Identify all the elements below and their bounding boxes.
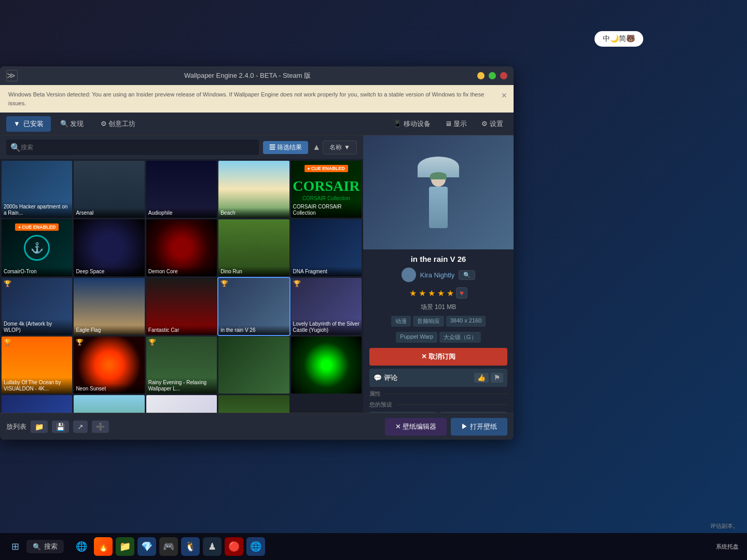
taskbar-icon-8[interactable]: 🌐 [246,537,265,556]
wallpaper-item[interactable]: Fantastic Car [146,278,217,335]
wallpaper-name-label: Dino Run [218,267,289,276]
titlebar-right: − □ ✕ [477,72,507,79]
nav-mobile[interactable]: 📱 移动设备 [389,117,435,131]
save-icon-button[interactable]: 💾 [52,421,69,433]
wallpaper-item[interactable] [2,395,72,413]
open-wallpaper-button[interactable]: ▶ 打开壁纸 [451,418,507,436]
wallpaper-item[interactable]: 2000s Hacker apartment on a Rain... [2,161,72,218]
wallpaper-item[interactable]: Eagle Flag [74,278,144,335]
maximize-button[interactable]: □ [489,72,496,79]
tag-resolution[interactable]: 3840 x 2160 [446,316,486,327]
wallpaper-item[interactable] [218,337,289,394]
star-4[interactable]: ★ [437,288,445,298]
detail-body: in the rain V 26 Kira Nightly 🔍 ★ ★ ★ ★ … [363,249,514,413]
lang-switcher[interactable]: 中🌙简🐻 [594,31,643,47]
nav-workshop[interactable]: ⚙ 创意工坊 [93,116,143,132]
sort-button[interactable]: 名称 ▼ [323,141,357,155]
wallpaper-item[interactable]: ⚓ ♦ CUE ENABLED CorsairO-Tron [2,219,72,276]
wallpaper-name-label: in the rain V 26 [218,325,289,335]
share-icon-button[interactable]: ↗ [73,421,88,433]
taskbar-icon-7[interactable]: 🔴 [225,537,243,556]
wallpaper-item[interactable]: Dino Run [218,219,289,276]
wallpaper-item[interactable]: Beach [218,161,289,218]
preview-image [363,135,514,249]
trophy-icon: 🏆 [4,280,11,287]
lang-label: 中🌙简🐻 [603,34,635,44]
star-2[interactable]: ★ [419,288,426,298]
search-input[interactable] [21,144,255,151]
wallpaper-item[interactable] [218,395,289,413]
comment-button[interactable]: 💬 评论 👍 ⚑ [369,369,507,387]
warning-banner: Windows Beta Version detected: You are u… [0,85,514,113]
search-bar: 🔍 ☰ 筛选结果 ▲ 名称 ▼ [0,135,363,159]
add-button[interactable]: ➕ [92,421,109,433]
wallpaper-item[interactable]: 🏆in the rain V 26 [218,278,289,335]
sort-arrow-up[interactable]: ▲ [312,143,321,152]
taskbar-icon-6[interactable]: 🐧 [181,537,200,556]
nav-discover[interactable]: 🔍 发现 [53,116,91,132]
wallpaper-item[interactable]: 🏆Lullaby Of The Ocean by VISUALDON - 4K.… [2,337,72,394]
favorite-button[interactable]: ♥ [456,287,467,299]
folder-icon-button[interactable]: 📁 [31,421,48,433]
search-input-wrap[interactable]: 🔍 [6,139,259,155]
taskbar-search[interactable]: 🔍 搜索 [26,540,64,553]
right-panel: in the rain V 26 Kira Nightly 🔍 ★ ★ ★ ★ … [363,135,514,413]
filter-button[interactable]: ☰ 筛选结果 [263,141,308,154]
author-name: Kira Nightly [420,271,454,279]
rating-text: 评估副本。 [710,522,739,530]
wallpaper-editor-button[interactable]: ✕ 壁纸编辑器 [385,418,447,436]
cue-badge: ♦ CUE ENABLED [291,163,362,172]
star-1[interactable]: ★ [409,288,417,298]
warning-close-button[interactable]: ✕ [501,90,507,101]
thumbs-up-button[interactable]: 👍 [474,373,489,383]
size-info: 场景 101 MB [369,303,507,312]
tag-audience[interactable]: 大众级（G） [439,332,481,343]
star-3[interactable]: ★ [428,288,435,298]
wallpaper-item[interactable]: 🏆Rainy Evening - Relaxing Wallpaper L... [146,337,217,394]
minimize-button[interactable]: − [477,72,485,79]
wallpaper-item[interactable]: 🏆Neon Sunset [74,337,144,394]
wallpaper-item[interactable]: Demon Core [146,219,217,276]
taskbar-icon-4[interactable]: 💎 [137,537,156,556]
wallpaper-item[interactable]: Arsenal [74,161,144,218]
stars-row: ★ ★ ★ ★ ★ ♥ [369,287,507,299]
wallpaper-item[interactable]: 🏆Dome 4k (Artwork by WLOP) [2,278,72,335]
trophy-icon: 🏆 [148,339,156,346]
nav-installed[interactable]: ▼ 已安装 [6,116,51,132]
tags-row-2: Puppet Warp 大众级（G） [369,332,507,343]
search-icon: 🔍 [10,143,21,152]
nav-display[interactable]: 🖥 显示 [441,117,472,131]
wallpaper-item[interactable]: DNA Fragment [291,219,362,276]
wallpaper-item[interactable]: Audiophile [146,161,217,218]
tag-type[interactable]: 动漫 [391,316,411,327]
taskbar-time: 系统托盘 [716,543,739,551]
wallpaper-item[interactable] [291,337,362,394]
expand-button[interactable]: ≫ [6,70,18,81]
author-avatar [402,268,416,282]
author-search-button[interactable]: 🔍 [459,270,475,280]
start-button[interactable]: ⊞ [8,538,22,555]
close-button[interactable]: ✕ [500,72,507,79]
star-5[interactable]: ★ [447,288,454,298]
wallpaper-item[interactable] [74,395,144,413]
wallpaper-item[interactable]: CORSAIR CORSAIR Collection ♦ CUE ENABLED… [291,161,362,218]
tag-puppet[interactable]: Puppet Warp [396,332,437,343]
tag-audio[interactable]: 音频响应 [413,316,444,327]
taskbar-icon-5[interactable]: 🎮 [159,537,178,556]
flag-button[interactable]: ⚑ [491,373,503,383]
wallpaper-item[interactable]: 🏆Lovely Labyrinth of the Silver Castle (… [291,278,362,335]
taskbar-icon-3[interactable]: 📁 [116,537,134,556]
taskbar-icons: 🌐 🔥 📁 💎 🎮 🐧 ♟ 🔴 🌐 [72,537,265,556]
nav-settings[interactable]: ⚙ 设置 [477,117,507,131]
main-window: ≫ Wallpaper Engine 2.4.0 - BETA - Steam … [0,66,514,440]
wallpaper-item[interactable]: Deep Space [74,219,144,276]
taskbar-icon-steam[interactable]: ♟ [203,537,222,556]
unsubscribe-button[interactable]: ✕ 取消订阅 [369,348,507,366]
wallpaper-name-label: Lovely Labyrinth of the Silver Castle (Y… [291,319,362,335]
taskbar-icon-1[interactable]: 🌐 [72,537,91,556]
sort-controls: ▲ 名称 ▼ [312,141,357,155]
taskbar-icon-2[interactable]: 🔥 [94,537,113,556]
installed-dropdown-icon: ▼ [13,120,20,128]
search-icon: 🔍 [33,543,41,551]
wallpaper-item[interactable] [146,395,217,413]
